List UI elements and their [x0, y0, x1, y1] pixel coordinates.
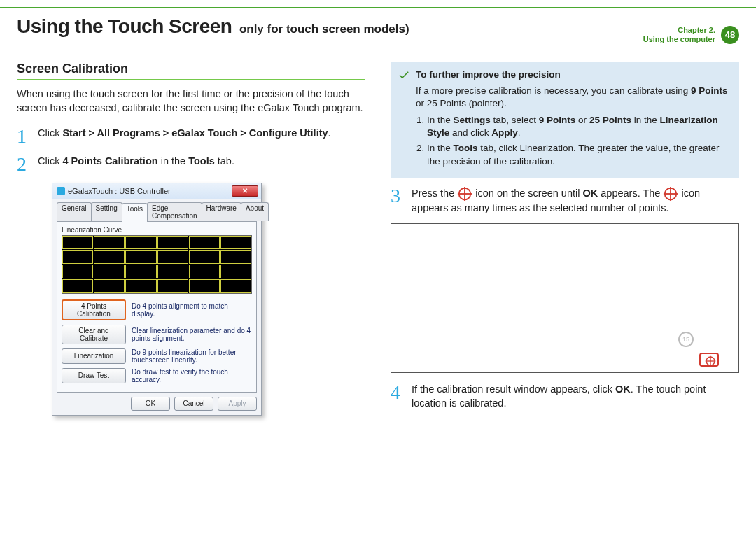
countdown-badge: 15: [678, 332, 694, 347]
text: appears. The: [598, 188, 663, 199]
chapter-line1: Chapter 2.: [643, 26, 715, 35]
text: Click: [38, 127, 62, 139]
draw-test-button[interactable]: Draw Test: [62, 368, 126, 383]
title-sub: only for touch screen models): [239, 22, 410, 36]
title-main: Using the Touch Screen: [17, 15, 232, 37]
text-bold: 25 Points: [589, 115, 631, 125]
text-bold: 9 Points: [539, 115, 576, 125]
text: and click: [449, 127, 491, 138]
text: If the calibration result window appears…: [412, 383, 615, 395]
target-icon: [663, 186, 678, 202]
dialog-tabs: General Setting Tools Edge Compensation …: [52, 199, 261, 221]
note-box: To further improve the precision If a mo…: [391, 62, 739, 178]
note-list-item: In the Tools tab, click Linearization. T…: [427, 142, 731, 167]
left-column: Screen Calibration When using the touch …: [17, 62, 365, 418]
text: in the: [631, 115, 660, 125]
four-points-calibration-button[interactable]: 4 Points Calibration: [62, 299, 126, 320]
dialog-body: Linearization Curve 4 Points Calibration…: [57, 221, 257, 393]
text: icon on the screen until: [475, 188, 582, 199]
countdown-value: 15: [682, 336, 690, 343]
chapter-block: Chapter 2. Using the computer 48: [643, 26, 739, 44]
text: Press the: [412, 188, 457, 199]
text-bold: OK: [615, 383, 631, 395]
text: If a more precise calibration is necessa…: [416, 85, 691, 96]
dialog-row: 4 Points Calibration Do 4 points alignme…: [62, 299, 252, 320]
text-bold: Start > All Programs > eGalax Touch > Co…: [62, 127, 328, 139]
dialog-bottom-buttons: OK Cancel Apply: [52, 397, 261, 415]
page-title: Using the Touch Screen only for touch sc…: [17, 15, 410, 38]
egalax-dialog: eGalaxTouch : USB Controller ✕ General S…: [52, 183, 262, 416]
clear-and-calibrate-button[interactable]: Clear and Calibrate: [62, 325, 126, 344]
step-number: 1: [17, 127, 31, 146]
step-2: 2 Click 4 Points Calibration in the Tool…: [17, 155, 365, 174]
dialog-row: Draw Test Do draw test to verify the tou…: [62, 368, 252, 383]
row-desc: Do 4 points alignment to match display.: [132, 302, 252, 318]
note-icon: [398, 69, 410, 81]
step-4: 4 If the calibration result window appea…: [391, 383, 739, 410]
row-desc: Do draw test to verify the touch accurac…: [132, 368, 252, 383]
step-1: 1 Click Start > All Programs > eGalax To…: [17, 127, 365, 146]
text-bold: Apply: [491, 127, 518, 138]
tab-setting[interactable]: Setting: [91, 202, 122, 221]
linearization-grid: [62, 235, 252, 294]
tab-hardware[interactable]: Hardware: [202, 202, 241, 221]
tab-edge-compensation[interactable]: Edge Compensation: [147, 202, 202, 221]
cancel-button[interactable]: Cancel: [174, 397, 214, 411]
row-desc: Clear linearization parameter and do 4 p…: [132, 327, 252, 342]
tab-about[interactable]: About: [241, 202, 269, 221]
text: Click: [38, 155, 62, 167]
target-marker: [699, 353, 719, 367]
note-list-item: In the Settings tab, select 9 Points or …: [427, 114, 731, 139]
intro-paragraph: When using the touch screen for the firs…: [17, 87, 365, 115]
text: in the: [158, 155, 189, 167]
text-bold: Tools: [188, 155, 215, 167]
row-desc: Do 9 points linearization for better tou…: [132, 348, 252, 364]
dialog-row: Linearization Do 9 points linearization …: [62, 348, 252, 364]
calibration-area: 15: [391, 223, 739, 373]
chapter-line2: Using the computer: [643, 35, 715, 44]
text-bold: 9 Points: [691, 85, 728, 96]
text: In the: [427, 115, 454, 125]
apply-button[interactable]: Apply: [218, 397, 257, 411]
page-header: Using the Touch Screen only for touch sc…: [0, 7, 756, 50]
text-bold: Settings: [454, 115, 491, 125]
target-icon: [457, 186, 472, 202]
text: In the: [427, 143, 454, 153]
text: or 25 Points (pointer).: [416, 98, 507, 108]
dialog-titlebar: eGalaxTouch : USB Controller ✕: [52, 183, 261, 199]
text: tab.: [215, 155, 234, 167]
section-heading: Screen Calibration: [17, 62, 365, 80]
dialog-row: Clear and Calibrate Clear linearization …: [62, 325, 252, 344]
tab-general[interactable]: General: [57, 202, 92, 221]
dialog-title: eGalaxTouch : USB Controller: [68, 187, 171, 195]
step-number: 3: [391, 186, 405, 216]
step-number: 4: [391, 383, 405, 410]
close-button[interactable]: ✕: [232, 185, 258, 197]
tab-tools[interactable]: Tools: [122, 203, 148, 222]
note-list: In the Settings tab, select 9 Points or …: [427, 114, 731, 168]
step-number: 2: [17, 155, 31, 174]
step-body: Click Start > All Programs > eGalax Touc…: [38, 127, 365, 146]
note-body: If a more precise calibration is necessa…: [416, 85, 731, 110]
text-bold: Tools: [454, 143, 478, 153]
text-bold: OK: [582, 188, 598, 199]
text: tab, select: [491, 115, 539, 125]
step-body: If the calibration result window appears…: [412, 383, 739, 410]
text: .: [518, 127, 521, 138]
app-icon: [57, 187, 65, 195]
chapter-text: Chapter 2. Using the computer: [643, 26, 715, 44]
text: or: [575, 115, 589, 125]
note-title: To further improve the precision: [416, 69, 731, 81]
step-3: 3 Press the icon on the screen until OK …: [391, 186, 739, 216]
text-bold: 4 Points Calibration: [62, 155, 158, 167]
right-column: To further improve the precision If a mo…: [391, 62, 739, 418]
page-number-badge: 48: [721, 26, 739, 44]
step-body: Click 4 Points Calibration in the Tools …: [38, 155, 365, 174]
linearization-button[interactable]: Linearization: [62, 348, 126, 364]
text: .: [328, 127, 331, 139]
step-body: Press the icon on the screen until OK ap…: [412, 186, 739, 216]
ok-button[interactable]: OK: [131, 397, 170, 411]
group-label: Linearization Curve: [62, 226, 252, 234]
